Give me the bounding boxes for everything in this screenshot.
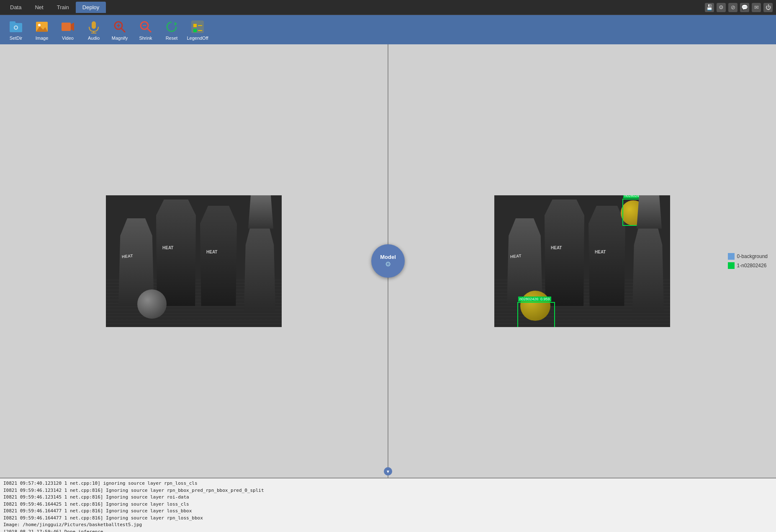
jersey-text-2: HEAT <box>162 246 173 250</box>
original-image: HEAT HEAT HEAT <box>106 195 282 327</box>
legend-label-1: 1-n02802426 <box>737 263 767 269</box>
jersey-text-right-3: HEAT <box>595 250 606 254</box>
audio-button[interactable]: Audio <box>82 17 105 42</box>
backboard <box>248 195 273 229</box>
video-button[interactable]: Video <box>56 17 80 42</box>
video-label: Video <box>62 36 74 41</box>
legend-color-0 <box>728 253 735 260</box>
player-right-3 <box>588 206 625 306</box>
player-right-4 <box>632 227 664 310</box>
console-line-0: I0821 09:57:40.123120 1 net.cpp:10] igno… <box>3 480 773 487</box>
console-line-7: [2018-08-21 17:59:46] Done inference. <box>3 529 773 532</box>
legendoff-button[interactable]: LegendOff <box>186 17 209 42</box>
model-button[interactable]: Model ⚙ <box>371 244 405 278</box>
svg-marker-8 <box>71 23 74 31</box>
svg-rect-1 <box>10 21 15 24</box>
player-right-2 <box>545 200 584 306</box>
main-area: HEAT HEAT HEAT Model ⚙ ▼ <box>0 44 776 532</box>
svg-point-5 <box>38 24 41 26</box>
left-image-panel: HEAT HEAT HEAT <box>0 44 388 478</box>
magnify-label: Magnify <box>112 36 128 41</box>
svg-rect-23 <box>193 29 197 32</box>
console-output: I0821 09:57:40.123120 1 net.cpp:10] igno… <box>0 478 776 532</box>
image-button[interactable]: Image <box>30 17 54 42</box>
chat-nav-icon[interactable]: 💬 <box>740 3 749 12</box>
svg-point-3 <box>15 26 17 29</box>
reset-button[interactable]: Reset <box>160 17 183 42</box>
video-icon <box>60 19 75 34</box>
nav-icons-right: 💾 ⚙ ⊘ 💬 ✉ ⏻ <box>705 3 773 12</box>
reset-icon <box>164 19 179 34</box>
tab-deploy[interactable]: Deploy <box>76 2 106 13</box>
console-line-6: Image: /home/jingguiz/Pictures/basketbal… <box>3 522 773 529</box>
console-line-4: I0821 09:59:46.164477 1 net.cpp:816] Ign… <box>3 508 773 515</box>
console-line-1: I0821 09:59:46.123142 1 net.cpp:816] Ign… <box>3 487 773 494</box>
detection-box-2: n02802426: 0.959 <box>517 302 555 327</box>
player-silhouette-4 <box>244 227 275 310</box>
setdir-button[interactable]: SetDir <box>4 17 28 42</box>
backboard-right <box>637 195 662 229</box>
console-line-3: I0821 09:59:46.164425 1 net.cpp:816] Ign… <box>3 501 773 508</box>
save-nav-icon[interactable]: 💾 <box>705 3 714 12</box>
toolbar: SetDir Image Video <box>0 15 776 44</box>
legend-item-1: 1-n02802426 <box>728 262 768 269</box>
image-label: Image <box>36 36 49 41</box>
jersey-text-right-2: HEAT <box>551 246 562 250</box>
jersey-text-right-1: HEAT <box>510 253 522 258</box>
shrink-label: Shrink <box>139 36 152 41</box>
legend-label-0: 0-background <box>737 253 768 259</box>
detection-label-2: n02802426: 0.959 <box>518 297 551 302</box>
console-line-5: I0821 09:59:46.164477 1 net.cpp:816] Ign… <box>3 515 773 522</box>
svg-rect-7 <box>62 23 71 31</box>
legendoff-icon <box>190 19 205 34</box>
jersey-text-3: HEAT <box>206 250 217 254</box>
svg-rect-9 <box>92 21 96 29</box>
divider-handle[interactable]: ▼ <box>384 467 392 476</box>
model-gear-icon: ⚙ <box>385 260 391 268</box>
svg-line-17 <box>147 28 151 32</box>
svg-line-13 <box>121 28 125 32</box>
audio-label: Audio <box>88 36 100 41</box>
right-image-panel: n02802426: 0.979 n02802426: 0.959 HEAT H… <box>388 44 776 478</box>
basketball-left <box>137 289 167 319</box>
image-icon <box>34 19 49 34</box>
magnify-button[interactable]: Magnify <box>108 17 131 42</box>
player-silhouette-2 <box>156 200 196 306</box>
stop-nav-icon[interactable]: ⊘ <box>728 3 737 12</box>
tab-net[interactable]: Net <box>28 2 50 13</box>
setdir-icon <box>8 19 23 34</box>
shrink-icon <box>138 19 153 34</box>
legend-item-0: 0-background <box>728 253 768 260</box>
canvas-area: HEAT HEAT HEAT Model ⚙ ▼ <box>0 44 776 478</box>
tab-train[interactable]: Train <box>50 2 76 13</box>
setdir-label: SetDir <box>10 36 23 41</box>
player-silhouette-3 <box>200 206 237 306</box>
top-nav: Data Net Train Deploy 💾 ⚙ ⊘ 💬 ✉ ⏻ <box>0 0 776 15</box>
settings-nav-icon[interactable]: ⚙ <box>717 3 726 12</box>
audio-icon <box>86 19 101 34</box>
email-nav-icon[interactable]: ✉ <box>752 3 761 12</box>
svg-marker-19 <box>175 22 177 26</box>
svg-rect-21 <box>193 24 197 27</box>
legend-color-1 <box>728 262 735 269</box>
detection-legend: 0-background 1-n02802426 <box>728 253 768 269</box>
legendoff-label: LegendOff <box>187 36 208 41</box>
jersey-text-1: HEAT <box>122 253 133 258</box>
model-label: Model <box>380 254 396 260</box>
power-nav-icon[interactable]: ⏻ <box>763 3 773 12</box>
shrink-button[interactable]: Shrink <box>134 17 157 42</box>
console-line-2: I0821 09:59:46.123145 1 net.cpp:816] Ign… <box>3 494 773 501</box>
reset-label: Reset <box>166 36 178 41</box>
tab-data[interactable]: Data <box>3 2 28 13</box>
detected-image: n02802426: 0.979 n02802426: 0.959 HEAT H… <box>494 195 670 327</box>
magnify-icon <box>112 19 127 34</box>
